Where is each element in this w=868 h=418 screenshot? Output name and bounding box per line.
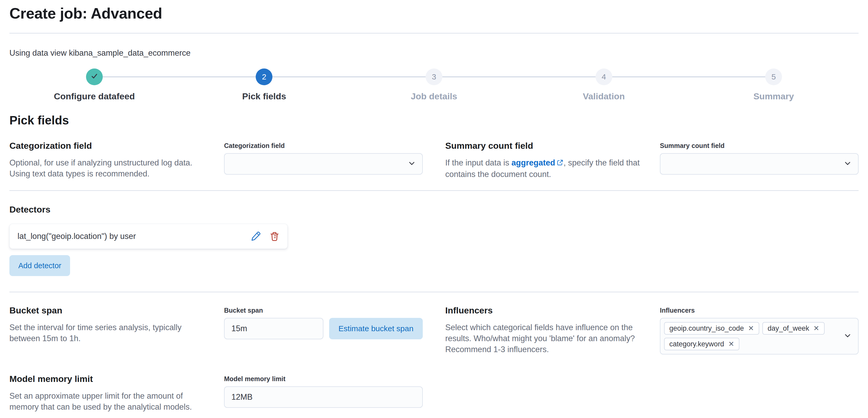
chevron-down-icon <box>408 159 416 169</box>
model-memory-title: Model memory limit <box>9 373 204 384</box>
summary-count-title: Summary count field <box>445 140 640 151</box>
step-label: Validation <box>519 91 689 101</box>
bucket-span-field-block: Bucket span Estimate bucket span <box>224 305 423 339</box>
chevron-down-icon <box>843 159 852 169</box>
pick-fields-heading: Pick fields <box>9 113 859 128</box>
influencers-combobox[interactable]: geoip.country_iso_code ✕ day_of_week ✕ c… <box>660 318 859 354</box>
step-connector <box>782 76 859 77</box>
step-connector <box>442 76 519 77</box>
influencers-title: Influencers <box>445 305 640 316</box>
influencer-tag: geoip.country_iso_code ✕ <box>664 322 759 334</box>
step-label: Job details <box>349 91 519 101</box>
step-label: Configure datafeed <box>9 91 179 101</box>
delete-detector-button[interactable] <box>270 231 279 241</box>
influencers-field-block: Influencers geoip.country_iso_code ✕ day… <box>660 305 859 354</box>
step-number-circle[interactable]: 2 <box>256 68 272 85</box>
categorization-title: Categorization field <box>9 140 204 151</box>
check-icon <box>90 72 99 82</box>
data-view-text: Using data view kibana_sample_data_ecomm… <box>9 48 859 58</box>
chevron-down-icon <box>843 331 852 341</box>
bucket-span-field-label: Bucket span <box>224 307 423 314</box>
page-title: Create job: Advanced <box>9 4 859 23</box>
add-detector-button[interactable]: Add detector <box>9 255 70 276</box>
step-job-details[interactable]: 3 Job details <box>349 68 519 101</box>
detectors-title: Detectors <box>9 204 859 215</box>
categorization-description-block: Categorization field Optional, for use i… <box>9 140 204 179</box>
model-memory-description: Set an approximate upper limit for the a… <box>9 391 204 413</box>
step-connector <box>689 76 765 77</box>
step-pick-fields[interactable]: 2 Pick fields <box>179 68 349 101</box>
row-bucketspan-influencers: Bucket span Set the interval for time se… <box>9 305 859 355</box>
step-validation[interactable]: 4 Validation <box>519 68 689 101</box>
influencer-tag: category.keyword ✕ <box>664 338 739 350</box>
step-configure-datafeed[interactable]: Configure datafeed <box>9 68 179 101</box>
remove-tag-icon[interactable]: ✕ <box>728 341 735 348</box>
aggregated-link[interactable]: aggregated <box>512 158 555 167</box>
create-job-advanced-page: Create job: Advanced Using data view kib… <box>0 0 868 413</box>
step-connector <box>612 76 689 77</box>
estimate-bucket-span-button[interactable]: Estimate bucket span <box>329 318 423 339</box>
model-memory-limit-input[interactable] <box>224 386 423 408</box>
step-connector <box>272 76 349 77</box>
bucket-span-description: Set the interval for time series analysi… <box>9 322 204 344</box>
bucket-span-description-block: Bucket span Set the interval for time se… <box>9 305 204 344</box>
section-divider <box>9 292 859 292</box>
step-connector <box>349 76 426 77</box>
step-summary[interactable]: 5 Summary <box>689 68 859 101</box>
influencers-field-label: Influencers <box>660 307 859 314</box>
influencer-tag-label: category.keyword <box>669 340 724 348</box>
step-label: Summary <box>689 91 859 101</box>
detector-expression: lat_long("geoip.location") by user <box>18 232 136 241</box>
model-memory-field-label: Model memory limit <box>224 375 423 383</box>
influencer-tag-label: geoip.country_iso_code <box>669 324 744 332</box>
summary-count-field-block: Summary count field <box>660 140 859 174</box>
influencers-description: Select which categorical fields have inf… <box>445 322 640 355</box>
step-number-circle[interactable]: 4 <box>596 68 612 85</box>
influencer-tag: day_of_week ✕ <box>763 322 825 334</box>
header-divider <box>9 33 859 33</box>
categorization-field-label: Categorization field <box>224 142 423 150</box>
section-divider <box>9 190 859 191</box>
description-text: If the input data is <box>445 158 512 167</box>
step-connector <box>519 76 596 77</box>
step-label: Pick fields <box>179 91 349 101</box>
bucket-span-title: Bucket span <box>9 305 204 316</box>
step-complete-circle[interactable] <box>86 68 103 85</box>
model-memory-description-block: Model memory limit Set an approximate up… <box>9 373 204 413</box>
remove-tag-icon[interactable]: ✕ <box>748 325 754 332</box>
row-categorization-summary: Categorization field Optional, for use i… <box>9 140 859 180</box>
summary-count-field-select[interactable] <box>660 153 859 174</box>
step-number-circle[interactable]: 3 <box>426 68 442 85</box>
step-connector <box>103 76 179 77</box>
model-memory-field-block: Model memory limit <box>224 373 423 408</box>
wizard-steps: Configure datafeed 2 Pick fields 3 Job d… <box>9 68 859 101</box>
step-number-circle[interactable]: 5 <box>765 68 782 85</box>
detector-card: lat_long("geoip.location") by user <box>9 224 287 249</box>
summary-count-description: If the input data is aggregated, specify… <box>445 157 640 180</box>
remove-tag-icon[interactable]: ✕ <box>813 325 819 332</box>
step-connector <box>9 76 86 77</box>
influencer-tag-label: day_of_week <box>768 324 809 332</box>
bucket-span-input[interactable] <box>224 318 323 339</box>
external-link-icon <box>557 158 563 169</box>
summary-count-description-block: Summary count field If the input data is… <box>445 140 640 180</box>
influencers-description-block: Influencers Select which categorical fie… <box>445 305 640 355</box>
categorization-field-select[interactable] <box>224 153 423 174</box>
step-connector <box>179 76 256 77</box>
row-model-memory: Model memory limit Set an approximate up… <box>9 373 859 413</box>
summary-count-field-label: Summary count field <box>660 142 859 150</box>
categorization-description: Optional, for use if analyzing unstructu… <box>9 157 204 179</box>
categorization-field-block: Categorization field <box>224 140 423 174</box>
edit-detector-button[interactable] <box>251 231 261 241</box>
